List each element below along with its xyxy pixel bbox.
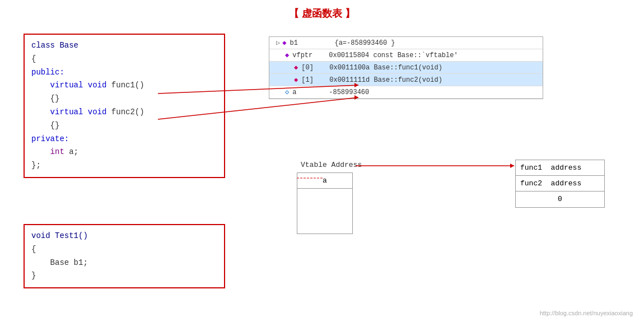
code-line-7: {} bbox=[31, 119, 217, 133]
code-line-3: public: bbox=[31, 66, 217, 80]
vtable-row-empty bbox=[297, 189, 352, 234]
func-row-zero: 0 bbox=[516, 192, 604, 207]
code-line-9: int a; bbox=[31, 146, 217, 159]
svg-marker-5 bbox=[510, 164, 514, 168]
test-code-box: void Test1() { Base b1; } bbox=[24, 224, 225, 288]
debug-row-1: ◆ [1] 0x0011111d Base::func2(void) bbox=[269, 74, 543, 86]
code-line-10: }; bbox=[31, 159, 217, 172]
vtable-memory-box: a bbox=[297, 172, 353, 234]
test-line-4: } bbox=[31, 269, 217, 283]
debug-value-0: 0x0011100a Base::func1(void) bbox=[329, 64, 442, 72]
code-line-2: { bbox=[31, 53, 217, 66]
debug-row-b1: ▷ ◆ b1 {a=-858993460 } bbox=[269, 37, 543, 49]
func-row-func2: func2 address bbox=[516, 176, 604, 192]
watermark: http://blog.csdn.net/nuyexiaoxiang bbox=[540, 310, 633, 316]
test-line-2: { bbox=[31, 243, 217, 256]
debug-panel: ▷ ◆ b1 {a=-858993460 } ◆ vfptr 0x0011580… bbox=[269, 36, 543, 99]
vtable-row-a: a bbox=[297, 173, 352, 189]
func-table-box: func1 address func2 address 0 bbox=[515, 160, 605, 208]
code-line-8: private: bbox=[31, 133, 217, 146]
debug-value-vfptr: 0x00115804 const Base::`vftable' bbox=[329, 52, 458, 59]
debug-name-a: a bbox=[292, 88, 329, 96]
page-title: 【 虚函数表 】 bbox=[0, 0, 644, 20]
debug-name-b1: b1 bbox=[290, 39, 334, 47]
code-line-6: virtual void func2() bbox=[31, 106, 217, 119]
debug-name-vfptr: vfptr bbox=[292, 52, 329, 59]
test-line-3: Base b1; bbox=[31, 256, 217, 270]
code-line-5: {} bbox=[31, 92, 217, 106]
code-line-4: virtual void func1() bbox=[31, 79, 217, 92]
debug-row-vfptr: ◆ vfptr 0x00115804 const Base::`vftable' bbox=[269, 49, 543, 62]
vtable-address-label: Vtable Address bbox=[301, 161, 362, 169]
func-row-func1: func1 address bbox=[516, 160, 604, 176]
class-code-box: class Base { public: virtual void func1(… bbox=[24, 34, 225, 178]
debug-row-a: ◇ a -858993460 bbox=[269, 86, 543, 99]
debug-value-1: 0x0011111d Base::func2(void) bbox=[329, 76, 442, 84]
expand-icon: ▷ bbox=[276, 39, 280, 47]
debug-name-1: [1] bbox=[301, 76, 329, 84]
debug-value-b1: {a=-858993460 } bbox=[334, 39, 395, 47]
debug-row-0: ◆ [0] 0x0011100a Base::func1(void) bbox=[269, 62, 543, 74]
debug-value-a: -858993460 bbox=[329, 88, 369, 96]
debug-name-0: [0] bbox=[301, 64, 329, 72]
code-line-1: class Base bbox=[31, 39, 217, 53]
test-line-1: void Test1() bbox=[31, 230, 217, 243]
